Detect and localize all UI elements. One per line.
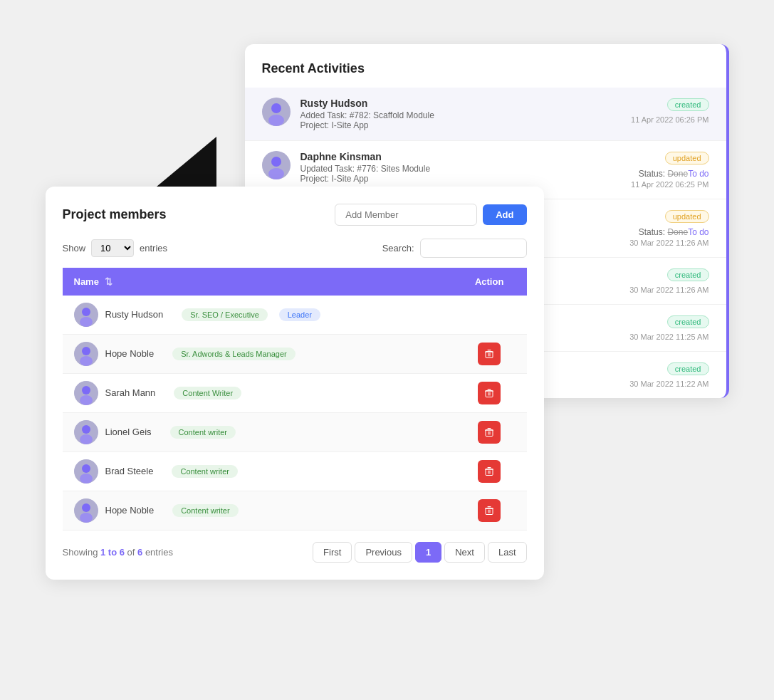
table-controls: Show 10 25 50 100 entries Search: (63, 239, 527, 258)
svg-rect-18 (490, 352, 491, 356)
member-name-group: Lionel GeisContent writer (74, 420, 441, 444)
svg-rect-50 (490, 509, 491, 513)
recent-activities-title: Recent Activities (245, 61, 726, 88)
first-page-button[interactable]: First (313, 542, 352, 563)
role-badge: Content Writer (174, 387, 241, 399)
table-row: Hope NobleSr. Adwords & Leads Manager (63, 334, 527, 373)
member-name-cell: Sarah MannContent Writer (63, 373, 452, 412)
entries-select[interactable]: 10 25 50 100 (91, 239, 134, 257)
table-footer: Showing 1 to 6 of 6 entries First Previo… (63, 542, 527, 563)
show-entries: Show 10 25 50 100 entries (63, 239, 168, 257)
activity-badge-created: created (667, 315, 709, 328)
column-name: Name ⇅ (63, 268, 452, 296)
action-cell (452, 451, 527, 491)
showing-range: 1 to 6 (100, 547, 125, 558)
add-member-group: Add (335, 204, 526, 226)
table-header-row: Name ⇅ Action (63, 268, 527, 296)
svg-rect-43 (486, 469, 493, 475)
status-change: Status: DoneTo do (610, 227, 709, 237)
leader-badge: Leader (279, 308, 320, 321)
last-page-button[interactable]: Last (488, 542, 527, 563)
table-row: Lionel GeisContent writer (63, 412, 527, 451)
delete-member-button[interactable] (478, 460, 501, 483)
activity-timestamp: 30 Mar 2022 11:26 AM (610, 286, 709, 294)
member-avatar (74, 459, 98, 484)
member-name-group: Rusty HudsonSr. SEO / ExecutiveLeader (74, 303, 441, 327)
svg-rect-25 (488, 392, 489, 395)
member-name-cell: Rusty HudsonSr. SEO / ExecutiveLeader (63, 296, 452, 335)
member-name: Brad Steele (105, 466, 154, 476)
table-row: Hope NobleContent writer (63, 491, 527, 530)
status-todo: To do (688, 227, 708, 237)
delete-member-button[interactable] (478, 499, 501, 522)
svg-rect-42 (490, 470, 491, 474)
delete-member-button[interactable] (478, 343, 501, 365)
svg-point-5 (268, 168, 284, 179)
action-cell (452, 334, 527, 373)
status-done: Done (667, 169, 688, 179)
member-name-group: Hope NobleContent writer (74, 498, 441, 523)
showing-text: Showing 1 to 6 of 6 entries (63, 547, 173, 558)
next-page-button[interactable]: Next (444, 542, 485, 563)
member-name: Sarah Mann (105, 387, 156, 398)
svg-point-30 (80, 434, 93, 444)
svg-point-37 (82, 464, 90, 473)
avatar (262, 98, 291, 126)
action-cell (452, 373, 527, 412)
member-name-cell: Hope NobleSr. Adwords & Leads Manager (63, 334, 452, 373)
activity-meta: created 11 Apr 2022 06:26 PM (610, 98, 709, 124)
member-name: Hope Noble (105, 505, 155, 516)
members-table: Name ⇅ Action Rusty HudsonSr. SEO / Exec… (63, 268, 527, 531)
member-name: Rusty Hudson (105, 309, 164, 320)
member-name-group: Hope NobleSr. Adwords & Leads Manager (74, 342, 441, 366)
activity-task: Updated Task: #776: Sites Module (300, 164, 600, 174)
member-name-group: Sarah MannContent Writer (74, 381, 441, 405)
svg-point-2 (268, 115, 284, 126)
svg-rect-32 (488, 428, 491, 429)
activity-timestamp: 30 Mar 2022 11:26 AM (610, 239, 709, 247)
activity-task: Added Task: #782: Scaffold Module (300, 110, 600, 120)
delete-member-button[interactable] (478, 382, 501, 404)
activity-badge-created: created (667, 362, 709, 375)
project-members-card: Project members Add Show 10 25 50 100 en… (46, 187, 544, 580)
svg-rect-17 (488, 352, 489, 356)
member-name-cell: Brad SteeleContent writer (63, 451, 452, 491)
member-avatar (74, 303, 98, 327)
svg-point-21 (82, 386, 90, 395)
member-name: Lionel Geis (105, 427, 152, 437)
svg-point-11 (80, 317, 93, 327)
pagination: First Previous 1 Next Last (313, 542, 526, 563)
member-name-cell: Hope NobleContent writer (63, 491, 452, 530)
member-avatar (74, 420, 98, 444)
svg-point-45 (82, 503, 90, 512)
svg-point-22 (80, 395, 93, 405)
page-1-button[interactable]: 1 (415, 542, 441, 563)
activity-badge-updated: updated (665, 152, 709, 164)
avatar (262, 151, 291, 179)
activity-meta: created 30 Mar 2022 11:25 AM (610, 315, 709, 341)
search-input[interactable] (420, 239, 527, 258)
activity-info: Rusty Hudson Added Task: #782: Scaffold … (300, 98, 600, 130)
status-todo: To do (688, 169, 708, 179)
add-member-button[interactable]: Add (483, 204, 526, 225)
activity-badge-created: created (667, 268, 709, 281)
activity-name: Rusty Hudson (300, 98, 600, 109)
member-avatar (74, 342, 98, 366)
action-cell (452, 296, 527, 335)
member-name: Hope Noble (105, 348, 155, 359)
members-title: Project members (63, 207, 167, 222)
activity-timestamp: 11 Apr 2022 06:25 PM (610, 180, 709, 189)
add-member-input[interactable] (335, 204, 477, 226)
previous-page-button[interactable]: Previous (355, 542, 412, 563)
activity-project: Project: I-Site App (300, 174, 600, 184)
member-avatar (74, 381, 98, 405)
activity-meta: created 30 Mar 2022 11:22 AM (610, 362, 709, 388)
role-badge: Sr. SEO / Executive (182, 308, 268, 321)
svg-rect-34 (490, 431, 491, 434)
svg-rect-19 (486, 351, 493, 357)
svg-point-38 (80, 474, 93, 484)
member-avatar (74, 498, 98, 523)
delete-member-button[interactable] (478, 421, 501, 444)
activity-info: Daphne Kinsman Updated Task: #776: Sites… (300, 151, 600, 184)
svg-point-13 (82, 347, 90, 355)
